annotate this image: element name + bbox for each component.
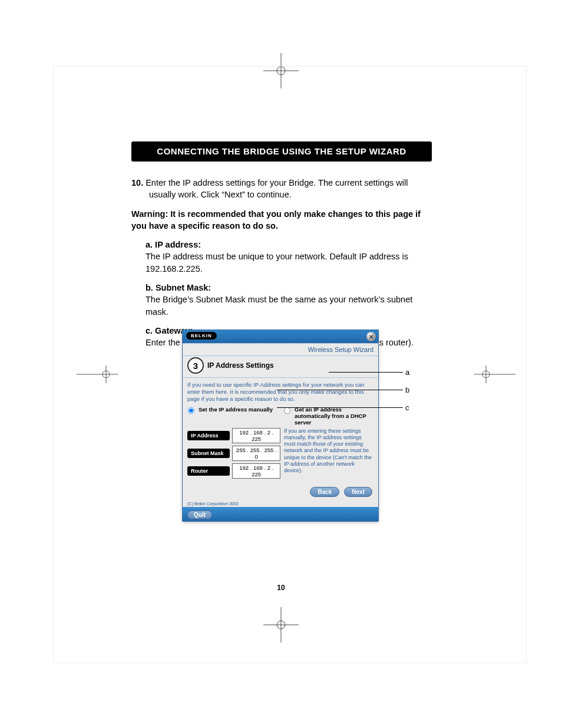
leader-line-c: [277, 407, 403, 408]
body-text: 10. Enter the IP address settings for yo…: [131, 177, 432, 356]
close-button[interactable]: ✕: [366, 332, 376, 341]
wizard-header-right: Wireless Setup Wizard: [308, 346, 373, 353]
leader-line-a: [329, 372, 403, 373]
next-button[interactable]: Next: [344, 487, 372, 497]
callout-c: c: [405, 403, 409, 412]
router-label: Router: [187, 466, 230, 476]
belkin-logo: BELKIN: [186, 332, 217, 340]
warning-text: Warning: It is recommended that you only…: [131, 208, 432, 232]
subnet-mask-input[interactable]: 255 . 255 . 255 . 0: [232, 446, 280, 461]
wizard-subheader: Wireless Setup Wizard: [183, 343, 378, 356]
crop-mark-bottom: [263, 607, 299, 643]
step-number: 10.: [131, 178, 143, 187]
radio-dhcp-label: Get an IP address automatically from a D…: [295, 406, 373, 426]
router-input[interactable]: 192 . 168 . 2 . 225: [232, 463, 280, 479]
svg-point-2: [277, 67, 285, 75]
wizard-step-row: 3 IP Address Settings: [183, 356, 378, 378]
svg-point-8: [103, 371, 110, 378]
ip-address-label: IP Address: [187, 431, 230, 440]
section-a-head: a. IP address:: [146, 240, 201, 249]
radio-dhcp-input[interactable]: [284, 407, 290, 414]
section-b: b. Subnet Mask: The Bridge’s Subnet Mask…: [131, 282, 432, 318]
wizard-body: If you need to use specific IP Address s…: [183, 378, 378, 483]
radio-manual[interactable]: Set the IP address manually: [187, 406, 277, 414]
manual-page: CONNECTING THE BRIDGE USING THE SETUP WI…: [0, 0, 562, 728]
ip-fields: IP Address 192 . 168 . 2 . 225 Subnet Ma…: [187, 428, 280, 481]
leader-line-b: [277, 390, 403, 390]
crop-mark-left: [77, 365, 118, 383]
wizard-tip-text: If you are entering these settings manua…: [284, 428, 373, 481]
step-text: Enter the IP address settings for your B…: [146, 178, 408, 199]
section-title-ribbon: CONNECTING THE BRIDGE USING THE SETUP WI…: [131, 141, 432, 162]
radio-manual-input[interactable]: [188, 407, 194, 414]
callout-b: b: [405, 386, 409, 394]
wizard-header: BELKIN ✕: [183, 330, 378, 343]
wizard-copyright: (C) Belkin Corporation 2003: [183, 500, 378, 507]
wizard-info-text: If you need to use specific IP Address s…: [187, 381, 373, 403]
close-icon: ✕: [369, 334, 373, 340]
section-a-text: The IP address must be unique to your ne…: [146, 252, 408, 273]
svg-point-5: [277, 621, 285, 629]
radio-manual-label: Set the IP address manually: [199, 406, 273, 413]
section-a: a. IP address: The IP address must be un…: [131, 239, 432, 275]
wizard-dialog: BELKIN ✕ Wireless Setup Wizard 3 IP Addr…: [183, 330, 378, 521]
crop-mark-right: [474, 365, 515, 383]
section-b-head: b. Subnet Mask:: [146, 283, 211, 292]
svg-point-11: [482, 371, 490, 378]
quit-button[interactable]: Quit: [187, 510, 212, 519]
wizard-buttons: Back Next: [183, 483, 378, 500]
crop-mark-top: [263, 53, 299, 88]
wizard-quit-bar: Quit: [183, 507, 378, 521]
wizard-step-title: IP Address Settings: [207, 361, 274, 370]
page-number: 10: [0, 584, 562, 592]
subnet-mask-label: Subnet Mask: [187, 449, 230, 458]
callout-a: a: [405, 368, 409, 377]
back-button[interactable]: Back: [310, 487, 339, 497]
ip-address-input[interactable]: 192 . 168 . 2 . 225: [232, 428, 280, 443]
radio-dhcp[interactable]: Get an IP address automatically from a D…: [283, 406, 373, 426]
step-10: 10. Enter the IP address settings for yo…: [131, 177, 432, 201]
step-number-circle: 3: [187, 357, 204, 374]
section-b-text: The Bridge’s Subnet Mask must be the sam…: [146, 295, 412, 316]
